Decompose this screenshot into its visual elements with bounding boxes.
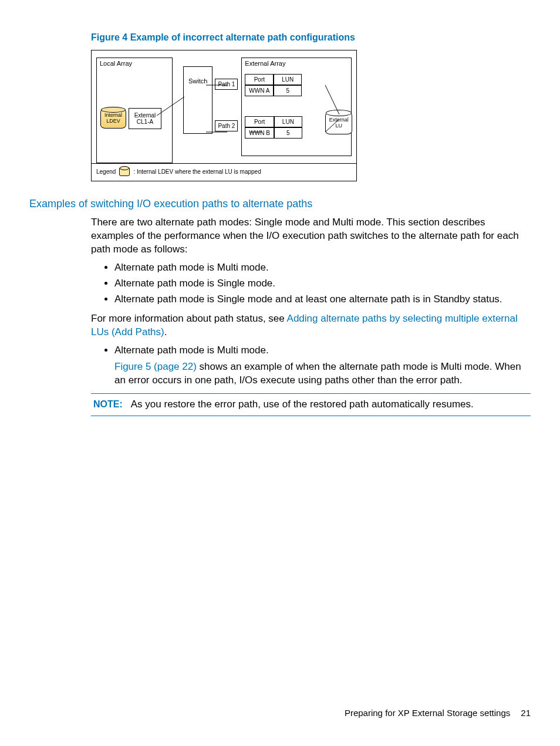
legend-title: Legend [96,168,116,175]
wwn-a: WWN A [245,85,274,96]
note-text: As you restore the error path, use of th… [131,398,474,411]
lun-header-1: LUN [274,74,302,85]
lun-header-2: LUN [274,116,302,127]
lun-5a: 5 [274,85,302,96]
diagram-container: Local Array Internal LDEV External CL1-A… [91,50,531,181]
mode-list: Alternate path mode is Multi mode. Alter… [91,261,531,306]
page-footer: Preparing for XP External Storage settin… [345,708,531,718]
legend-text: : Internal LDEV where the external LU is… [133,168,261,175]
figure5-link[interactable]: Figure 5 (page 22) [114,361,197,372]
switch-box: Switch [183,66,212,134]
external-port-box: External CL1-A [129,108,161,129]
external-array-box: External Array Port WWN A LUN 5 [241,58,352,156]
note-box: NOTE: As you restore the error path, use… [91,393,531,416]
list-item: Alternate path mode is Single mode. [114,277,531,291]
list-item: Alternate path mode is Single mode and a… [114,293,531,306]
more-info-pre: For more information about path status, … [91,313,287,324]
internal-ldev-cylinder: Internal LDEV [100,109,126,129]
footer-text: Preparing for XP External Storage settin… [345,708,510,718]
external-array-title: External Array [245,60,348,67]
wwn-b: WWN B [245,127,274,139]
local-array-box: Local Array Internal LDEV External CL1-A [96,58,173,163]
path1-label: Path 1 [215,79,238,90]
legend-cylinder-icon [119,167,130,176]
intro-paragraph: There are two alternate path modes: Sing… [91,216,531,256]
mode-list-2: Alternate path mode is Multi mode. Figur… [91,344,531,388]
lun-5b: 5 [274,127,302,139]
more-info-paragraph: For more information about path status, … [91,312,531,339]
section-heading: Examples of switching I/O execution path… [29,198,531,210]
bullet2-text: Alternate path mode is Multi mode. [114,345,269,356]
page-number: 21 [521,708,531,718]
more-info-post: . [164,326,167,337]
list-item: Alternate path mode is Multi mode. [114,261,531,275]
external-lu-cylinder: External LU [325,112,352,134]
legend: Legend : Internal LDEV where the externa… [92,163,356,181]
note-label: NOTE: [91,398,123,411]
local-array-title: Local Array [100,60,169,67]
port-header-2: Port [245,116,274,127]
port-header-1: Port [245,74,274,85]
figure-caption: Figure 4 Example of incorrect alternate … [91,32,531,43]
list-item: Alternate path mode is Multi mode. Figur… [114,344,531,388]
path2-label: Path 2 [215,120,238,131]
